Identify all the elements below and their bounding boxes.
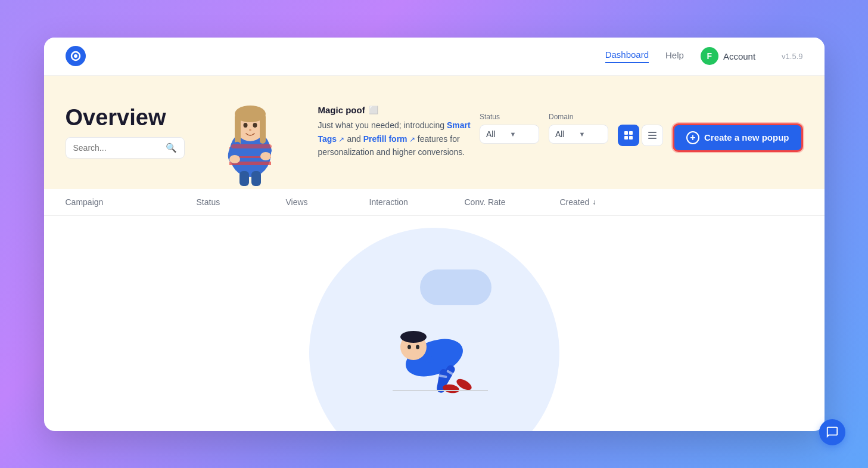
svg-rect-20 (624, 131, 628, 135)
nav-links: Dashboard Help F Account v1.5.9 (605, 47, 803, 65)
prefill-arrow: ↗ (407, 135, 415, 144)
svg-point-37 (407, 345, 411, 349)
empty-state (44, 216, 825, 431)
search-icon: 🔍 (166, 142, 177, 153)
banner: Overview 🔍 (44, 76, 825, 189)
version-label: v1.5.9 (782, 52, 802, 61)
status-filter-select[interactable]: All ▼ (480, 125, 539, 144)
prefill-form-link[interactable]: Prefill form (363, 134, 407, 144)
nav-help[interactable]: Help (665, 50, 684, 63)
svg-point-17 (260, 152, 271, 160)
col-conv-rate-header: Conv. Rate (465, 197, 560, 207)
create-new-popup-button[interactable]: + Create a new popup (673, 123, 803, 152)
svg-rect-23 (629, 136, 633, 140)
domain-filter-select[interactable]: All ▼ (549, 125, 608, 144)
svg-point-16 (229, 155, 240, 163)
status-chevron-icon: ▼ (510, 131, 517, 138)
domain-filter-group: Domain All ▼ (549, 113, 608, 144)
character-illustration (209, 88, 292, 177)
filters-area: Status All ▼ Domain All ▼ (480, 113, 803, 152)
announcement-title: Magic poof ⬜ (318, 105, 480, 115)
svg-point-36 (400, 331, 427, 343)
plus-circle-icon: + (686, 131, 699, 144)
col-status-header: Status (197, 197, 286, 207)
svg-rect-19 (251, 171, 261, 186)
svg-point-1 (74, 54, 77, 58)
header: Dashboard Help F Account v1.5.9 (44, 38, 825, 76)
search-input[interactable] (73, 143, 161, 153)
col-campaign-header: Campaign (66, 197, 197, 207)
col-views-header: Views (286, 197, 369, 207)
nav-account[interactable]: F Account (701, 47, 755, 65)
empty-figure (357, 298, 512, 396)
account-label: Account (723, 51, 755, 61)
svg-rect-15 (231, 144, 272, 148)
svg-rect-26 (648, 138, 657, 139)
svg-rect-22 (624, 136, 628, 140)
chat-bubble-button[interactable] (819, 419, 845, 445)
col-interaction-header: Interaction (369, 197, 465, 207)
svg-point-38 (416, 345, 419, 349)
create-button-label: Create a new popup (704, 132, 789, 142)
svg-rect-24 (648, 132, 657, 133)
announcement-text: Just what you needed; introducing Smart … (318, 119, 480, 159)
sort-arrow-icon: ↓ (592, 198, 596, 206)
svg-rect-21 (629, 131, 633, 135)
list-view-button[interactable] (642, 125, 663, 146)
domain-filter-label: Domain (549, 113, 608, 121)
logo[interactable] (66, 46, 86, 66)
status-filter-label: Status (480, 113, 539, 121)
svg-rect-18 (239, 171, 249, 186)
banner-left: Overview 🔍 (66, 106, 185, 159)
main-content: Overview 🔍 (44, 76, 825, 431)
domain-chevron-icon: ▼ (579, 131, 586, 138)
app-window: Dashboard Help F Account v1.5.9 Overview… (44, 38, 825, 431)
grid-view-button[interactable] (618, 125, 639, 146)
nav-dashboard[interactable]: Dashboard (605, 49, 649, 63)
logo-icon (66, 46, 86, 66)
avatar: F (701, 47, 718, 65)
overview-title: Overview (66, 106, 185, 131)
status-filter-value: All (486, 129, 496, 139)
svg-rect-8 (235, 114, 241, 147)
svg-rect-9 (260, 114, 266, 144)
table-header: Campaign Status Views Interaction Conv. … (44, 189, 825, 216)
svg-point-11 (253, 123, 257, 128)
announcement: Magic poof ⬜ Just what you needed; intro… (306, 105, 480, 159)
announcement-icon: ⬜ (369, 106, 378, 114)
status-filter-group: Status All ▼ (480, 113, 539, 144)
domain-filter-value: All (555, 129, 565, 139)
svg-point-10 (243, 123, 247, 128)
search-bar[interactable]: 🔍 (66, 137, 185, 159)
col-created-label: Created (560, 197, 590, 207)
smart-tags-arrow: ↗ (337, 135, 344, 144)
svg-point-12 (249, 129, 251, 131)
col-created-header[interactable]: Created ↓ (560, 197, 596, 207)
svg-rect-25 (648, 135, 657, 136)
